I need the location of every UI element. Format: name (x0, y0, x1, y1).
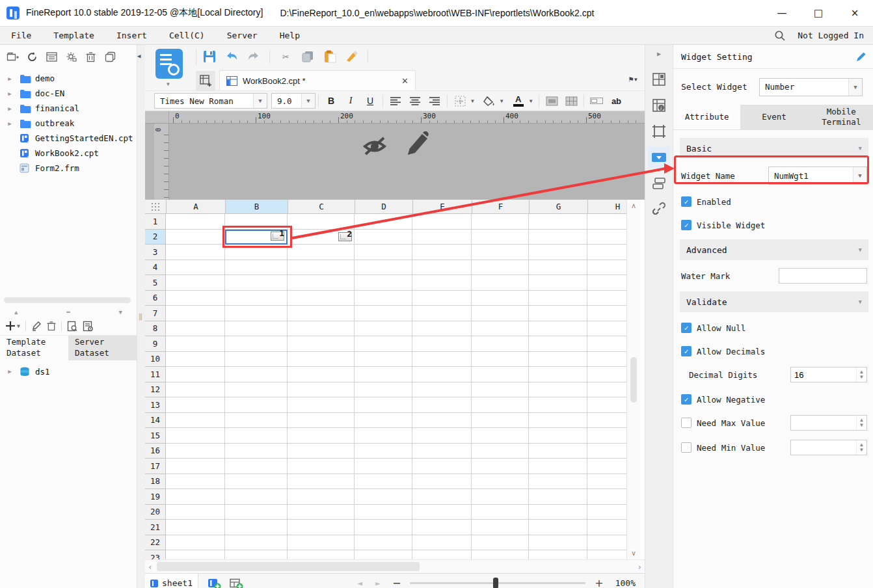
cell-E3[interactable] (412, 245, 472, 260)
cell-B15[interactable] (225, 428, 288, 444)
cell-B2[interactable]: 1 (225, 230, 288, 245)
cell-A5[interactable] (166, 275, 225, 291)
cell-F8[interactable] (472, 321, 529, 337)
watermark-input[interactable] (779, 268, 867, 284)
row-header-18[interactable]: 18 (145, 474, 166, 490)
cell-A21[interactable] (166, 520, 225, 535)
minimize-button[interactable]: — (764, 0, 800, 26)
column-header-G[interactable]: G (530, 200, 588, 214)
cell-A6[interactable] (166, 291, 225, 306)
cell-H3[interactable] (587, 245, 626, 260)
tree-item-workbook2-cpt[interactable]: WorkBook2.cpt (0, 146, 137, 161)
grid-horizontal-scrollbar[interactable]: ‹ › (145, 559, 645, 573)
edit-dataset-icon[interactable] (31, 321, 42, 331)
zoom-out-button[interactable]: − (392, 577, 401, 588)
cell-E6[interactable] (412, 291, 472, 306)
cell-F22[interactable] (472, 535, 529, 551)
cell-D2[interactable] (355, 230, 412, 245)
need-min-checkbox[interactable] (681, 442, 692, 453)
save-icon[interactable] (200, 47, 219, 66)
font-size-select[interactable]: 9.0▼ (271, 93, 316, 109)
template-tool-icon[interactable] (155, 49, 183, 79)
enabled-checkbox[interactable]: ✓ (681, 196, 692, 207)
cell-C16[interactable] (288, 444, 355, 459)
cell-A22[interactable] (166, 535, 225, 551)
cell-B13[interactable] (225, 397, 288, 413)
cell-G11[interactable] (529, 367, 587, 382)
row-header-4[interactable]: 4 (145, 260, 166, 276)
cell-D12[interactable] (355, 382, 412, 398)
cell-E18[interactable] (412, 474, 472, 490)
cell-H22[interactable] (587, 535, 626, 551)
redo-icon[interactable] (245, 47, 263, 66)
cell-expand-icon[interactable] (648, 120, 670, 142)
cell-C10[interactable] (288, 352, 355, 368)
row-header-5[interactable]: 5 (145, 275, 166, 291)
cell-H6[interactable] (587, 291, 626, 306)
cell-D5[interactable] (355, 275, 412, 291)
need-max-checkbox[interactable] (681, 418, 692, 428)
cell-H2[interactable] (587, 230, 626, 245)
cell-B8[interactable] (225, 321, 288, 337)
row-header-11[interactable]: 11 (145, 367, 166, 382)
cell-D14[interactable] (355, 413, 412, 429)
cell-F4[interactable] (472, 260, 529, 276)
need-max-spinner[interactable]: ▲▼ (790, 415, 867, 431)
template-tool-caret-icon[interactable]: ▼ (167, 81, 170, 87)
cell-B3[interactable] (225, 245, 288, 260)
cell-F15[interactable] (472, 428, 529, 444)
allow-decimals-checkbox[interactable]: ✓ (681, 346, 692, 356)
cell-D22[interactable] (355, 535, 412, 551)
cell-H19[interactable] (587, 489, 626, 505)
cell-C23[interactable] (288, 550, 355, 559)
cell-D10[interactable] (355, 352, 412, 368)
widget-type-select[interactable]: Number▼ (759, 78, 863, 96)
add-form-sheet-icon[interactable] (230, 578, 243, 588)
cell-B18[interactable] (225, 474, 288, 490)
row-header-2[interactable]: 2 (145, 230, 166, 245)
grid-vertical-scrollbar[interactable]: ∧ ∨ (626, 200, 640, 559)
column-header-E[interactable]: E (413, 200, 472, 214)
report-view-icon[interactable] (43, 48, 60, 65)
cell-D13[interactable] (355, 397, 412, 413)
cell-F17[interactable] (472, 459, 529, 474)
spinner-arrows-icon[interactable]: ▲▼ (856, 440, 866, 455)
cell-G7[interactable] (529, 306, 587, 321)
spinner-arrows-icon[interactable]: ▲▼ (856, 416, 866, 430)
section-validate[interactable]: Validate▼ (680, 291, 868, 312)
sidebar-collapse-strip[interactable]: ◀ ‖ (137, 45, 145, 588)
new-folder-icon[interactable] (4, 48, 21, 65)
italic-button[interactable]: I (341, 92, 360, 109)
condition-attributes-icon[interactable] (648, 172, 670, 194)
parameter-pane-canvas[interactable]: 0 (145, 124, 645, 200)
widget-settings-icon[interactable] (648, 146, 670, 168)
cell-E20[interactable] (412, 505, 472, 520)
tab-workbook2[interactable]: WorkBook2.cpt * ✕ (219, 70, 416, 90)
cell-E2[interactable] (412, 230, 472, 245)
menu-help[interactable]: Help (269, 27, 311, 44)
cell-A23[interactable] (166, 550, 225, 559)
cell-B17[interactable] (225, 459, 288, 474)
copy-icon[interactable] (101, 48, 118, 65)
cell-G23[interactable] (529, 550, 587, 559)
row-header-22[interactable]: 22 (145, 535, 166, 551)
cell-B12[interactable] (225, 382, 288, 398)
align-right-icon[interactable] (425, 92, 444, 109)
font-color-icon[interactable]: A (509, 92, 528, 109)
fill-color-icon[interactable] (479, 92, 499, 109)
cell-G10[interactable] (529, 352, 587, 368)
cell-A8[interactable] (166, 321, 225, 337)
cell-H10[interactable] (587, 352, 626, 368)
splitter-down-icon[interactable]: ▼ (119, 309, 122, 315)
cell-H20[interactable] (587, 505, 626, 520)
paste-icon[interactable] (321, 47, 339, 66)
cell-E23[interactable] (412, 550, 472, 559)
cell-G13[interactable] (529, 397, 587, 413)
cell-F13[interactable] (472, 397, 529, 413)
cell-F20[interactable] (472, 505, 529, 520)
cell-F14[interactable] (472, 413, 529, 429)
cell-C9[interactable] (288, 336, 355, 352)
widget-name-select[interactable]: NumWgt1▼ (768, 167, 867, 185)
bold-button[interactable]: B (321, 92, 341, 109)
cell-C6[interactable] (288, 291, 355, 306)
